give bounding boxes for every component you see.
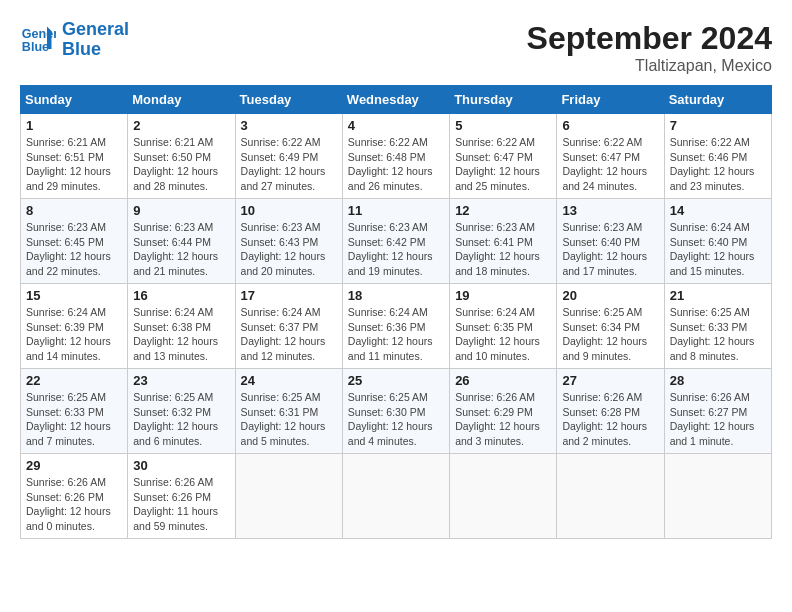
logo: General Blue General Blue [20,20,129,60]
table-row: 15Sunrise: 6:24 AMSunset: 6:39 PMDayligh… [21,284,128,369]
table-row: 6Sunrise: 6:22 AMSunset: 6:47 PMDaylight… [557,114,664,199]
day-info: Sunrise: 6:22 AMSunset: 6:49 PMDaylight:… [241,136,326,192]
day-number: 1 [26,118,122,133]
day-number: 16 [133,288,229,303]
month-title: September 2024 [527,20,772,57]
col-saturday: Saturday [664,86,771,114]
day-info: Sunrise: 6:22 AMSunset: 6:46 PMDaylight:… [670,136,755,192]
day-info: Sunrise: 6:24 AMSunset: 6:39 PMDaylight:… [26,306,111,362]
day-info: Sunrise: 6:24 AMSunset: 6:40 PMDaylight:… [670,221,755,277]
day-info: Sunrise: 6:24 AMSunset: 6:35 PMDaylight:… [455,306,540,362]
day-number: 27 [562,373,658,388]
svg-text:Blue: Blue [22,40,49,54]
day-number: 21 [670,288,766,303]
day-number: 23 [133,373,229,388]
table-row [557,454,664,539]
table-row: 26Sunrise: 6:26 AMSunset: 6:29 PMDayligh… [450,369,557,454]
table-row: 24Sunrise: 6:25 AMSunset: 6:31 PMDayligh… [235,369,342,454]
table-row: 19Sunrise: 6:24 AMSunset: 6:35 PMDayligh… [450,284,557,369]
day-info: Sunrise: 6:25 AMSunset: 6:31 PMDaylight:… [241,391,326,447]
day-number: 2 [133,118,229,133]
day-info: Sunrise: 6:24 AMSunset: 6:37 PMDaylight:… [241,306,326,362]
day-info: Sunrise: 6:26 AMSunset: 6:26 PMDaylight:… [26,476,111,532]
day-number: 7 [670,118,766,133]
day-number: 22 [26,373,122,388]
table-row [664,454,771,539]
table-row [235,454,342,539]
day-info: Sunrise: 6:25 AMSunset: 6:33 PMDaylight:… [26,391,111,447]
day-number: 13 [562,203,658,218]
day-info: Sunrise: 6:21 AMSunset: 6:50 PMDaylight:… [133,136,218,192]
table-row [342,454,449,539]
table-row: 5Sunrise: 6:22 AMSunset: 6:47 PMDaylight… [450,114,557,199]
day-info: Sunrise: 6:23 AMSunset: 6:44 PMDaylight:… [133,221,218,277]
col-friday: Friday [557,86,664,114]
table-row: 3Sunrise: 6:22 AMSunset: 6:49 PMDaylight… [235,114,342,199]
table-row: 4Sunrise: 6:22 AMSunset: 6:48 PMDaylight… [342,114,449,199]
table-row: 25Sunrise: 6:25 AMSunset: 6:30 PMDayligh… [342,369,449,454]
col-thursday: Thursday [450,86,557,114]
day-number: 14 [670,203,766,218]
day-number: 15 [26,288,122,303]
table-row: 11Sunrise: 6:23 AMSunset: 6:42 PMDayligh… [342,199,449,284]
day-number: 18 [348,288,444,303]
table-row: 1Sunrise: 6:21 AMSunset: 6:51 PMDaylight… [21,114,128,199]
table-row: 22Sunrise: 6:25 AMSunset: 6:33 PMDayligh… [21,369,128,454]
logo-line1: General [62,20,129,40]
table-row [450,454,557,539]
logo-icon: General Blue [20,22,56,58]
table-row: 16Sunrise: 6:24 AMSunset: 6:38 PMDayligh… [128,284,235,369]
day-info: Sunrise: 6:22 AMSunset: 6:47 PMDaylight:… [562,136,647,192]
table-row: 12Sunrise: 6:23 AMSunset: 6:41 PMDayligh… [450,199,557,284]
page-header: General Blue General Blue September 2024… [20,20,772,75]
day-info: Sunrise: 6:26 AMSunset: 6:27 PMDaylight:… [670,391,755,447]
day-number: 30 [133,458,229,473]
day-info: Sunrise: 6:26 AMSunset: 6:26 PMDaylight:… [133,476,218,532]
table-row: 20Sunrise: 6:25 AMSunset: 6:34 PMDayligh… [557,284,664,369]
table-row: 17Sunrise: 6:24 AMSunset: 6:37 PMDayligh… [235,284,342,369]
day-number: 20 [562,288,658,303]
day-info: Sunrise: 6:25 AMSunset: 6:34 PMDaylight:… [562,306,647,362]
table-row: 23Sunrise: 6:25 AMSunset: 6:32 PMDayligh… [128,369,235,454]
day-number: 29 [26,458,122,473]
day-info: Sunrise: 6:23 AMSunset: 6:43 PMDaylight:… [241,221,326,277]
day-number: 25 [348,373,444,388]
day-info: Sunrise: 6:21 AMSunset: 6:51 PMDaylight:… [26,136,111,192]
day-number: 26 [455,373,551,388]
day-number: 5 [455,118,551,133]
table-row: 8Sunrise: 6:23 AMSunset: 6:45 PMDaylight… [21,199,128,284]
day-info: Sunrise: 6:23 AMSunset: 6:42 PMDaylight:… [348,221,433,277]
table-row: 13Sunrise: 6:23 AMSunset: 6:40 PMDayligh… [557,199,664,284]
table-row: 27Sunrise: 6:26 AMSunset: 6:28 PMDayligh… [557,369,664,454]
day-info: Sunrise: 6:23 AMSunset: 6:40 PMDaylight:… [562,221,647,277]
day-number: 12 [455,203,551,218]
table-row: 2Sunrise: 6:21 AMSunset: 6:50 PMDaylight… [128,114,235,199]
day-info: Sunrise: 6:25 AMSunset: 6:30 PMDaylight:… [348,391,433,447]
day-info: Sunrise: 6:25 AMSunset: 6:32 PMDaylight:… [133,391,218,447]
day-number: 28 [670,373,766,388]
table-row: 29Sunrise: 6:26 AMSunset: 6:26 PMDayligh… [21,454,128,539]
col-tuesday: Tuesday [235,86,342,114]
title-area: September 2024 Tlaltizapan, Mexico [527,20,772,75]
day-number: 3 [241,118,337,133]
table-row: 7Sunrise: 6:22 AMSunset: 6:46 PMDaylight… [664,114,771,199]
day-number: 9 [133,203,229,218]
day-number: 11 [348,203,444,218]
day-number: 10 [241,203,337,218]
day-number: 17 [241,288,337,303]
table-row: 21Sunrise: 6:25 AMSunset: 6:33 PMDayligh… [664,284,771,369]
logo-line2: Blue [62,40,129,60]
day-info: Sunrise: 6:23 AMSunset: 6:45 PMDaylight:… [26,221,111,277]
calendar-header-row: Sunday Monday Tuesday Wednesday Thursday… [21,86,772,114]
day-number: 8 [26,203,122,218]
table-row: 9Sunrise: 6:23 AMSunset: 6:44 PMDaylight… [128,199,235,284]
location-subtitle: Tlaltizapan, Mexico [527,57,772,75]
calendar-table: Sunday Monday Tuesday Wednesday Thursday… [20,85,772,539]
day-number: 4 [348,118,444,133]
day-info: Sunrise: 6:24 AMSunset: 6:36 PMDaylight:… [348,306,433,362]
day-info: Sunrise: 6:24 AMSunset: 6:38 PMDaylight:… [133,306,218,362]
day-info: Sunrise: 6:23 AMSunset: 6:41 PMDaylight:… [455,221,540,277]
table-row: 10Sunrise: 6:23 AMSunset: 6:43 PMDayligh… [235,199,342,284]
col-wednesday: Wednesday [342,86,449,114]
col-monday: Monday [128,86,235,114]
